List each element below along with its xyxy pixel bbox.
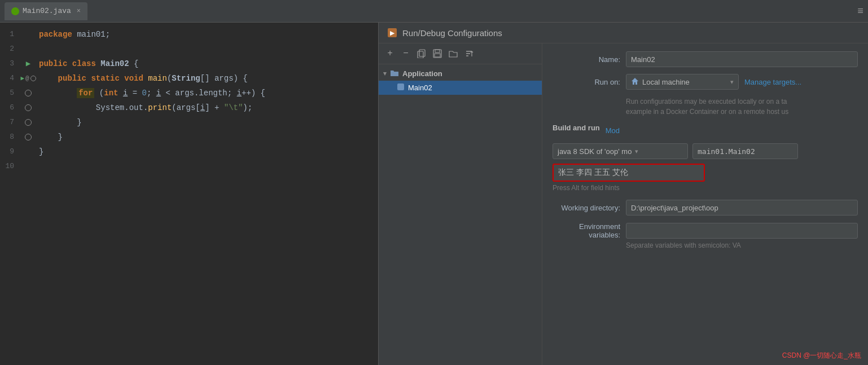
java-icon: G <box>11 7 19 15</box>
dialog-title-text: Run/Debug Configurations <box>402 28 502 38</box>
local-machine-text: Local machine <box>642 78 727 86</box>
env-vars-label: Environment variables: <box>553 222 620 239</box>
line-content-5: for (int i = 0; i < args.length; i++) { <box>37 86 378 100</box>
code-line-8: 8 } <box>0 130 378 144</box>
sdk-row: java 8 SDK of 'oop' mo ▾ <box>553 143 858 159</box>
line-number-1: 1 <box>0 27 20 42</box>
run-on-row: Run on: Local machine ▾ Manage targets..… <box>553 74 858 90</box>
line-number-5: 5 <box>0 86 20 100</box>
svg-rect-7 <box>435 54 440 57</box>
line-content-8: } <box>37 130 378 144</box>
config-group-application: ▾ Application <box>379 64 542 97</box>
run-on-dropdown[interactable]: Local machine ▾ <box>626 74 739 90</box>
svg-rect-12 <box>397 83 404 90</box>
bp-circle-7 <box>25 119 32 126</box>
svg-text:▶: ▶ <box>390 30 395 36</box>
build-run-label: Build and run <box>553 124 600 132</box>
working-dir-label: Working directory: <box>553 204 620 212</box>
line-content-6: System.out.print(args[i] + "\t"); <box>37 100 378 115</box>
line-content-4: public static void main(String[] args) { <box>37 71 378 86</box>
dropdown-arrow-icon: ▾ <box>730 78 734 86</box>
code-line-3: 3 ▶ public class Main02 { <box>0 56 378 71</box>
main-class-input[interactable] <box>692 143 798 159</box>
copy-config-button[interactable] <box>415 47 428 60</box>
working-dir-row: Working directory: <box>553 200 858 216</box>
code-editor: 1 package main01; 2 3 ▶ public class Mai… <box>0 23 378 365</box>
bp-circle-8 <box>25 134 32 140</box>
remove-config-button[interactable]: − <box>399 47 413 60</box>
working-dir-input[interactable] <box>626 200 858 216</box>
config-group-label: Application <box>402 69 442 78</box>
run-arrow-icon: ▶ <box>26 56 30 71</box>
env-hint: Separate variables with semicolon: VA <box>626 241 858 249</box>
watermark: CSDN @一切随心走_水瓶 <box>782 351 861 360</box>
config-group-header[interactable]: ▾ Application <box>379 67 542 81</box>
line-number-10: 10 <box>0 159 20 174</box>
bp-circle-6 <box>25 104 32 111</box>
chevron-down-icon: ▾ <box>383 70 387 77</box>
bp-circle-5 <box>25 90 32 96</box>
bp-circle-4 <box>30 76 36 81</box>
env-vars-row: Environment variables: <box>553 222 858 239</box>
toolbar-row: + − <box>379 43 542 64</box>
add-config-button[interactable]: + <box>383 47 397 60</box>
manage-targets-link[interactable]: Manage targets... <box>744 78 801 86</box>
at-marker: @ <box>25 71 29 86</box>
modify-options-link[interactable]: Mod <box>606 126 620 135</box>
line-number-8: 8 <box>0 130 20 144</box>
run-description: Run configurations may be executed local… <box>626 96 858 117</box>
config-item-label: Main02 <box>408 83 432 92</box>
title-bar: G Main02.java × ≡ <box>0 0 868 23</box>
tab-close-button[interactable]: × <box>77 7 81 15</box>
description-line2: example in a Docker Container or on a re… <box>626 108 788 116</box>
name-form-row: Name: <box>553 51 858 67</box>
gutter-7 <box>20 119 37 126</box>
sort-config-button[interactable] <box>462 47 476 60</box>
line-number-2: 2 <box>0 42 20 56</box>
dialog-title-bar: ▶ Run/Debug Configurations <box>379 23 868 43</box>
hamburger-icon[interactable]: ≡ <box>857 6 863 17</box>
line-number-9: 9 <box>0 144 20 159</box>
code-line-4: 4 ▶ @ public static void main(String[] a… <box>0 71 378 86</box>
svg-rect-6 <box>435 50 440 52</box>
sdk-dropdown[interactable]: java 8 SDK of 'oop' mo ▾ <box>553 143 688 159</box>
line-content-7: } <box>37 115 378 130</box>
name-input[interactable] <box>626 51 858 67</box>
sdk-label: java 8 SDK of 'oop' mo <box>558 147 632 156</box>
gutter-3[interactable]: ▶ <box>20 56 37 71</box>
line-content-1: package main01; <box>37 27 378 42</box>
run-on-label: Run on: <box>553 78 620 86</box>
line-number-7: 7 <box>0 115 20 130</box>
code-line-7: 7 } <box>0 115 378 130</box>
svg-rect-4 <box>418 51 423 58</box>
args-input-wrapper: 张三 李四 王五 艾伦 <box>553 164 858 182</box>
line-content-3: public class Main02 { <box>37 56 378 71</box>
run-debug-panel: ▶ Run/Debug Configurations + − <box>378 23 868 365</box>
gutter-4[interactable]: ▶ @ <box>20 71 37 86</box>
editor-tab[interactable]: G Main02.java × <box>5 2 87 20</box>
config-sidebar: + − <box>379 43 542 365</box>
code-line-10: 10 <box>0 159 378 174</box>
name-label: Name: <box>553 55 620 64</box>
code-line-6: 6 System.out.print(args[i] + "\t"); <box>0 100 378 115</box>
dialog-body: + − <box>379 43 868 365</box>
config-item-icon <box>397 83 405 93</box>
code-line-9: 9 } <box>0 144 378 159</box>
env-vars-input[interactable] <box>626 223 858 239</box>
line-number-6: 6 <box>0 100 20 115</box>
gutter-5 <box>20 90 37 96</box>
svg-text:G: G <box>13 9 17 14</box>
build-run-section: Build and run Mod java 8 SDK of 'oop' mo… <box>553 124 858 192</box>
run-arrow-icon-4: ▶ <box>20 71 24 86</box>
code-line-1: 1 package main01; <box>0 27 378 42</box>
tab-label: Main02.java <box>23 7 71 15</box>
build-run-header: Build and run Mod <box>553 124 858 138</box>
save-config-button[interactable] <box>431 47 444 60</box>
config-item-main02[interactable]: Main02 <box>379 81 542 95</box>
application-folder-icon <box>390 69 399 78</box>
code-line-2: 2 <box>0 42 378 56</box>
folder-config-button[interactable] <box>446 47 460 60</box>
debug-config-icon: ▶ <box>387 27 398 38</box>
program-args-input[interactable]: 张三 李四 王五 艾伦 <box>553 164 705 182</box>
main-content: 1 package main01; 2 3 ▶ public class Mai… <box>0 23 868 365</box>
